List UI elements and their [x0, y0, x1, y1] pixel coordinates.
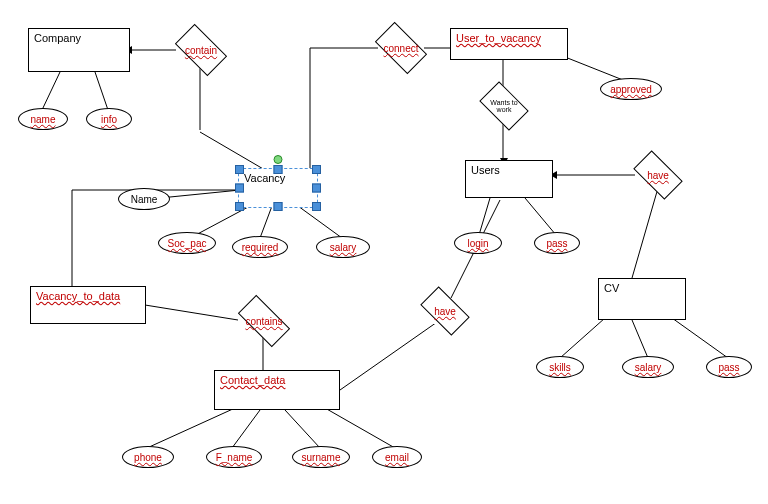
- entity-user-to-vacancy[interactable]: User_to_vacancy: [450, 28, 568, 60]
- attr-vacancy-salary[interactable]: salary: [316, 236, 370, 258]
- attr-contact-fname[interactable]: F_name: [206, 446, 262, 468]
- relationship-wants-to-work-label: Wants to work: [483, 99, 525, 113]
- resize-handle-icon[interactable]: [312, 184, 321, 193]
- entity-cv-label: CV: [604, 282, 619, 294]
- resize-handle-icon[interactable]: [274, 165, 283, 174]
- svg-line-27: [560, 318, 605, 358]
- attr-company-name[interactable]: name: [18, 108, 68, 130]
- relationship-wants-to-work[interactable]: Wants to work: [483, 92, 525, 120]
- svg-line-11: [145, 305, 238, 320]
- resize-handle-icon[interactable]: [235, 184, 244, 193]
- attr-cv-pass[interactable]: pass: [706, 356, 752, 378]
- attr-vacancy-soc-pac[interactable]: Soc_pac: [158, 232, 216, 254]
- relationship-have-contact-label: have: [434, 306, 456, 317]
- relationship-have-users-label: have: [647, 170, 669, 181]
- svg-line-13: [147, 408, 235, 448]
- relationship-have-users[interactable]: have: [636, 162, 680, 188]
- entity-company[interactable]: Company: [28, 28, 130, 72]
- svg-line-24: [525, 198, 556, 235]
- attr-company-info[interactable]: info: [86, 108, 132, 130]
- resize-handle-icon[interactable]: [312, 165, 321, 174]
- resize-handle-icon[interactable]: [274, 202, 283, 211]
- relationship-contains[interactable]: contains: [240, 308, 288, 334]
- svg-line-5: [160, 190, 240, 198]
- entity-users[interactable]: Users: [465, 160, 553, 198]
- attr-vacancy-name[interactable]: Name: [118, 188, 170, 210]
- attr-users-pass[interactable]: pass: [534, 232, 580, 254]
- attr-users-login[interactable]: login: [454, 232, 502, 254]
- svg-line-14: [232, 410, 260, 448]
- entity-vacancy[interactable]: Vacancy: [238, 168, 318, 208]
- attr-contact-surname[interactable]: surname: [292, 446, 350, 468]
- svg-line-2: [95, 72, 108, 110]
- attr-cv-salary[interactable]: salary: [622, 356, 674, 378]
- attr-cv-skills[interactable]: skills: [536, 356, 584, 378]
- relationship-contains-label: contains: [245, 316, 282, 327]
- attr-approved[interactable]: approved: [600, 78, 662, 100]
- relationship-contain[interactable]: contain: [178, 36, 224, 64]
- attr-contact-email[interactable]: email: [372, 446, 422, 468]
- entity-company-label: Company: [34, 32, 81, 44]
- rotate-handle-icon[interactable]: [274, 155, 283, 164]
- resize-handle-icon[interactable]: [312, 202, 321, 211]
- svg-line-1: [42, 72, 60, 110]
- svg-line-29: [672, 318, 728, 358]
- relationship-connect[interactable]: connect: [378, 34, 424, 62]
- svg-line-4: [200, 132, 265, 170]
- entity-contact-data-label: Contact_data: [220, 374, 285, 386]
- attr-contact-phone[interactable]: phone: [122, 446, 174, 468]
- svg-line-26: [632, 188, 658, 278]
- svg-line-31: [340, 320, 440, 390]
- entity-users-label: Users: [471, 164, 500, 176]
- resize-handle-icon[interactable]: [235, 202, 244, 211]
- resize-handle-icon[interactable]: [235, 165, 244, 174]
- attr-vacancy-required[interactable]: required: [232, 236, 288, 258]
- entity-contact-data[interactable]: Contact_data: [214, 370, 340, 410]
- svg-line-15: [285, 410, 320, 448]
- er-diagram-canvas: Company Vacancy Vacancy_to_data Contact_…: [0, 0, 768, 504]
- relationship-contain-label: contain: [185, 45, 217, 56]
- entity-user-to-vacancy-label: User_to_vacancy: [456, 32, 541, 44]
- svg-line-28: [632, 320, 648, 358]
- entity-vacancy-to-data[interactable]: Vacancy_to_data: [30, 286, 146, 324]
- svg-line-7: [260, 206, 272, 238]
- entity-vacancy-to-data-label: Vacancy_to_data: [36, 290, 120, 302]
- relationship-connect-label: connect: [383, 43, 418, 54]
- connector-lines: [0, 0, 768, 504]
- entity-cv[interactable]: CV: [598, 278, 686, 320]
- svg-line-16: [325, 408, 395, 448]
- svg-line-23: [479, 198, 490, 235]
- relationship-have-contact[interactable]: have: [423, 298, 467, 324]
